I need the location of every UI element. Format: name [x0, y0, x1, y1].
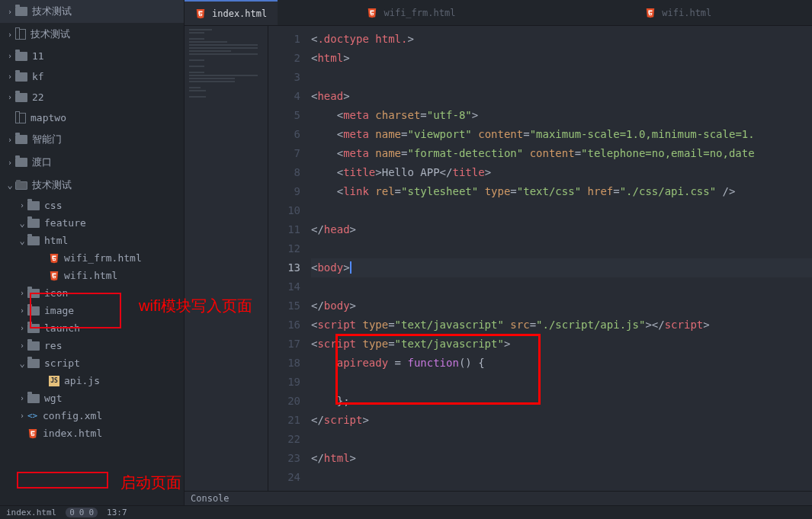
- line-number[interactable]: 3: [268, 68, 300, 87]
- chevron-expanded-icon[interactable]: [18, 218, 26, 229]
- line-number[interactable]: 1: [268, 30, 300, 49]
- tree-item-html[interactable]: html: [0, 232, 184, 249]
- code-line-2[interactable]: <html>: [311, 49, 812, 68]
- tab-wifi_frm.html[interactable]: wifi_frm.html: [278, 0, 544, 25]
- tree-item-wifi.html[interactable]: wifi.html: [0, 267, 184, 284]
- chevron-expanded-icon[interactable]: [18, 358, 26, 369]
- tab-wifi.html[interactable]: wifi.html: [545, 0, 812, 25]
- code-line-19[interactable]: [311, 373, 812, 392]
- code-line-21[interactable]: </script>: [311, 411, 812, 430]
- tree-item-技术测试[interactable]: 技术测试: [0, 0, 184, 23]
- chevron-collapsed-icon[interactable]: [6, 72, 14, 81]
- line-number[interactable]: 24: [268, 468, 300, 487]
- code-line-1[interactable]: <.doctype html.>: [311, 30, 812, 49]
- status-git-badge[interactable]: 0 0 0: [66, 508, 98, 517]
- line-number[interactable]: 7: [268, 144, 300, 163]
- line-number[interactable]: 12: [268, 239, 300, 258]
- line-number[interactable]: 8: [268, 163, 300, 182]
- tree-item-launch[interactable]: launch: [0, 319, 184, 337]
- console-panel-tab[interactable]: Console: [185, 491, 812, 505]
- line-number[interactable]: 18: [268, 354, 300, 373]
- chevron-collapsed-icon[interactable]: [18, 289, 26, 297]
- line-number[interactable]: 5: [268, 106, 300, 125]
- code-line-7[interactable]: <meta name="format-detection" content="t…: [311, 144, 812, 163]
- line-number[interactable]: 13: [268, 258, 300, 277]
- status-cursor-position[interactable]: 13:7: [107, 508, 127, 517]
- tree-item-api.js[interactable]: JSapi.js: [0, 372, 184, 389]
- chevron-collapsed-icon[interactable]: [6, 93, 14, 101]
- chevron-collapsed-icon[interactable]: [6, 136, 14, 144]
- line-number[interactable]: 23: [268, 449, 300, 468]
- chevron-collapsed-icon[interactable]: [6, 159, 14, 167]
- chevron-collapsed-icon[interactable]: [18, 394, 26, 402]
- line-number[interactable]: 17: [268, 335, 300, 354]
- code-line-11[interactable]: </head>: [311, 220, 812, 239]
- code-line-10[interactable]: [311, 201, 812, 220]
- tree-item-css[interactable]: css: [0, 197, 184, 214]
- line-number[interactable]: 4: [268, 87, 300, 106]
- minimap[interactable]: [185, 26, 268, 491]
- tree-item-maptwo[interactable]: maptwo: [0, 107, 184, 128]
- line-number[interactable]: 11: [268, 220, 300, 239]
- code-line-16[interactable]: <script type="text/javascript" src="./sc…: [311, 316, 812, 335]
- line-number[interactable]: 19: [268, 373, 300, 392]
- tree-item-wifi_frm.html[interactable]: wifi_frm.html: [0, 249, 184, 267]
- code-line-6[interactable]: <meta name="viewport" content="maximum-s…: [311, 125, 812, 144]
- tree-item-script[interactable]: script: [0, 354, 184, 372]
- tree-item-image[interactable]: image: [0, 302, 184, 319]
- line-number[interactable]: 22: [268, 430, 300, 449]
- code-line-18[interactable]: apiready = function() {: [311, 354, 812, 373]
- chevron-collapsed-icon[interactable]: [18, 341, 26, 350]
- line-number[interactable]: 20: [268, 392, 300, 411]
- line-number[interactable]: 16: [268, 316, 300, 335]
- code-line-4[interactable]: <head>: [311, 87, 812, 106]
- chevron-collapsed-icon[interactable]: [6, 30, 14, 39]
- chevron-collapsed-icon[interactable]: [18, 324, 26, 332]
- chevron-expanded-icon[interactable]: [18, 235, 26, 246]
- code-line-3[interactable]: [311, 68, 812, 87]
- file-tree-sidebar[interactable]: 技术测试技术测试11kf22maptwo智能门渡口技术测试cssfeatureh…: [0, 0, 184, 505]
- tree-item-渡口[interactable]: 渡口: [0, 151, 184, 174]
- chevron-expanded-icon[interactable]: [6, 180, 14, 191]
- line-number[interactable]: 6: [268, 125, 300, 144]
- chevron-collapsed-icon[interactable]: [6, 52, 14, 60]
- line-number[interactable]: 14: [268, 277, 300, 296]
- code-line-15[interactable]: </body>: [311, 296, 812, 316]
- tree-item-22[interactable]: 22: [0, 87, 184, 107]
- chevron-collapsed-icon[interactable]: [18, 306, 26, 315]
- code-line-14[interactable]: [311, 277, 812, 296]
- tree-item-智能门[interactable]: 智能门: [0, 128, 184, 151]
- tree-item-config.xml[interactable]: <>config.xml: [0, 407, 184, 424]
- tree-item-index.html[interactable]: index.html: [0, 424, 184, 442]
- chevron-collapsed-icon[interactable]: [18, 201, 26, 210]
- tree-item-label: 技术测试: [30, 27, 70, 41]
- chevron-collapsed-icon[interactable]: [18, 412, 26, 420]
- code-content[interactable]: <.doctype html.><html> <head> <meta char…: [311, 26, 812, 491]
- tree-item-11[interactable]: 11: [0, 46, 184, 66]
- code-line-8[interactable]: <title>Hello APP</title>: [311, 163, 812, 182]
- tree-item-feature[interactable]: feature: [0, 214, 184, 232]
- tree-item-kf[interactable]: kf: [0, 66, 184, 87]
- code-line-17[interactable]: <script type="text/javascript">: [311, 335, 812, 354]
- code-line-13[interactable]: <body>: [311, 258, 812, 277]
- line-number[interactable]: 10: [268, 201, 300, 220]
- line-number[interactable]: 21: [268, 411, 300, 430]
- code-line-22[interactable]: [311, 430, 812, 449]
- tree-item-icon[interactable]: icon: [0, 284, 184, 302]
- line-number[interactable]: 15: [268, 296, 300, 316]
- chevron-collapsed-icon[interactable]: [6, 8, 14, 16]
- tree-item-技术测试[interactable]: 技术测试: [0, 174, 184, 197]
- tab-index.html[interactable]: index.html: [185, 0, 278, 25]
- code-line-23[interactable]: </html>: [311, 449, 812, 468]
- tree-item-res[interactable]: res: [0, 337, 184, 354]
- code-line-20[interactable]: };: [311, 392, 812, 411]
- code-line-5[interactable]: <meta charset="utf-8">: [311, 106, 812, 125]
- tree-item-label: image: [44, 305, 74, 316]
- line-number[interactable]: 9: [268, 182, 300, 201]
- code-line-12[interactable]: [311, 239, 812, 258]
- tree-item-wgt[interactable]: wgt: [0, 389, 184, 407]
- code-line-9[interactable]: <link rel="stylesheet" type="text/css" h…: [311, 182, 812, 201]
- code-line-24[interactable]: [311, 468, 812, 487]
- tree-item-技术测试[interactable]: 技术测试: [0, 23, 184, 46]
- line-number[interactable]: 2: [268, 49, 300, 68]
